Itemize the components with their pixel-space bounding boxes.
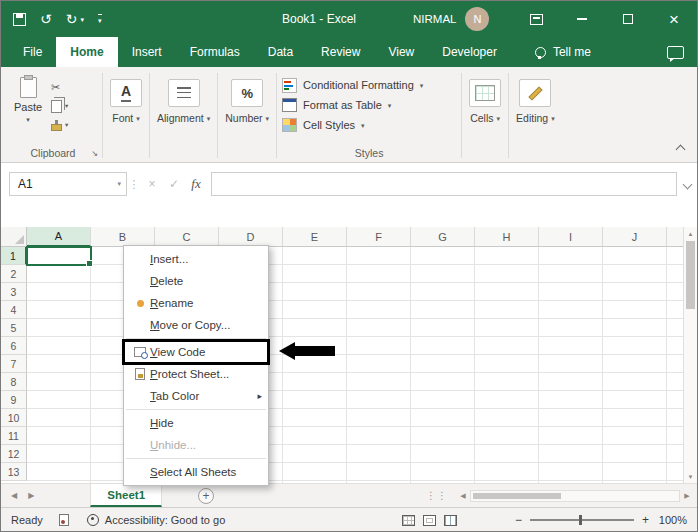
tab-view[interactable]: View	[374, 37, 428, 67]
row-header-5[interactable]: 5	[1, 319, 27, 337]
format-as-table-button[interactable]: Format as Table ▾	[282, 95, 456, 115]
accessibility-status[interactable]: Accessibility: Good to go	[105, 514, 225, 526]
row-header-13[interactable]: 13	[1, 463, 27, 481]
row-header-1[interactable]: 1	[1, 247, 27, 265]
vertical-scrollbar-thumb[interactable]	[686, 241, 695, 309]
fill-handle[interactable]	[86, 260, 93, 267]
row-header-12[interactable]: 12	[1, 445, 27, 463]
tab-formulas[interactable]: Formulas	[176, 37, 254, 67]
menu-item-view-code[interactable]: View Code	[124, 341, 268, 363]
scroll-right-icon[interactable]: ▶	[680, 492, 694, 500]
record-macro-icon[interactable]	[59, 514, 69, 526]
formula-bar-splitter[interactable]: ⋮	[127, 178, 141, 191]
tab-home[interactable]: Home	[56, 37, 117, 67]
format-painter-button[interactable]: ▾	[51, 118, 68, 132]
menu-item-protect-sheet[interactable]: Protect Sheet...	[124, 363, 268, 385]
previous-sheet-icon[interactable]: ◀	[11, 491, 17, 500]
horizontal-scrollbar[interactable]: ◀ ▶	[456, 490, 694, 502]
save-icon[interactable]	[13, 13, 26, 26]
column-header-C[interactable]: C	[155, 227, 219, 247]
menu-item-move-or-copy[interactable]: Move or Copy...	[124, 314, 268, 336]
zoom-slider[interactable]	[530, 519, 634, 521]
column-header-A[interactable]: A	[27, 227, 91, 247]
scroll-down-icon[interactable]: ▼	[684, 470, 697, 483]
horizontal-scrollbar-thumb[interactable]	[473, 493, 561, 499]
sheet-tab-sheet1[interactable]: Sheet1	[90, 484, 162, 507]
formula-bar-expand-button[interactable]	[677, 181, 697, 188]
select-all-button[interactable]	[1, 227, 27, 247]
menu-item-insert[interactable]: Insert...	[124, 248, 268, 270]
column-header-G[interactable]: G	[411, 227, 475, 247]
comments-icon[interactable]	[667, 46, 684, 59]
dialog-launcher-icon[interactable]: ↘	[91, 150, 98, 158]
column-header-D[interactable]: D	[219, 227, 283, 247]
row-header-4[interactable]: 4	[1, 301, 27, 319]
cells-group-button[interactable]: Cells▾	[463, 69, 507, 162]
ribbon-display-options-button[interactable]	[513, 1, 559, 37]
cancel-button[interactable]: ×	[141, 177, 163, 191]
column-header-E[interactable]: E	[283, 227, 347, 247]
menu-item-select-all-sheets[interactable]: Select All Sheets	[124, 461, 268, 483]
zoom-level[interactable]: 100%	[657, 514, 687, 526]
column-header-B[interactable]: B	[91, 227, 155, 247]
row-header-6[interactable]: 6	[1, 337, 27, 355]
column-header-J[interactable]: J	[603, 227, 667, 247]
conditional-formatting-button[interactable]: Conditional Formatting ▾	[282, 75, 456, 95]
collapse-ribbon-button[interactable]	[677, 146, 685, 154]
name-box[interactable]: A1 ▾	[9, 172, 127, 196]
new-sheet-button[interactable]: +	[198, 488, 214, 504]
column-header-H[interactable]: H	[475, 227, 539, 247]
undo-icon[interactable]: ↺	[40, 12, 52, 26]
page-layout-view-icon[interactable]	[423, 515, 436, 526]
font-group-button[interactable]: A Font▾	[104, 69, 148, 162]
enter-button[interactable]: ✓	[163, 177, 185, 191]
close-button[interactable]: ×	[651, 1, 697, 37]
copy-button[interactable]: ▾	[51, 99, 68, 113]
menu-item-tab-color[interactable]: Tab Color▸	[124, 385, 268, 407]
row-header-9[interactable]: 9	[1, 391, 27, 409]
page-break-view-icon[interactable]	[444, 515, 457, 526]
number-group-button[interactable]: % Number▾	[219, 69, 275, 162]
row-header-8[interactable]: 8	[1, 373, 27, 391]
formula-input[interactable]	[211, 172, 677, 196]
tab-splitter-dots[interactable]: ⋮⋮	[426, 490, 448, 501]
zoom-in-button[interactable]: +	[642, 513, 649, 527]
column-header-F[interactable]: F	[347, 227, 411, 247]
customize-qat-icon[interactable]: ▾	[98, 14, 102, 24]
vertical-scrollbar[interactable]: ▲ ▼	[683, 227, 697, 483]
avatar[interactable]: N	[465, 7, 489, 31]
normal-view-icon[interactable]	[402, 515, 415, 526]
editing-group-button[interactable]: Editing▾	[510, 69, 561, 162]
row-header-2[interactable]: 2	[1, 265, 27, 283]
cell-styles-button[interactable]: Cell Styles ▾	[282, 115, 456, 135]
paste-button[interactable]: Paste ▾	[5, 73, 51, 144]
row-header-3[interactable]: 3	[1, 283, 27, 301]
column-header-I[interactable]: I	[539, 227, 603, 247]
tab-developer[interactable]: Developer	[428, 37, 511, 67]
menu-item-delete[interactable]: Delete	[124, 270, 268, 292]
minimize-button[interactable]	[559, 1, 605, 37]
account-area[interactable]: NIRMAL N	[413, 7, 489, 31]
zoom-slider-thumb[interactable]	[579, 515, 582, 525]
tell-me-button[interactable]: Tell me	[535, 37, 591, 67]
tab-insert[interactable]: Insert	[118, 37, 176, 67]
menu-item-rename[interactable]: Rename	[124, 292, 268, 314]
menu-item-hide[interactable]: Hide	[124, 412, 268, 434]
zoom-out-button[interactable]: −	[515, 513, 522, 527]
alignment-group-button[interactable]: Alignment▾	[151, 69, 216, 162]
row-header-11[interactable]: 11	[1, 427, 27, 445]
row-header-7[interactable]: 7	[1, 355, 27, 373]
name-box-dropdown-icon[interactable]: ▾	[117, 180, 121, 188]
tab-file[interactable]: File	[9, 37, 56, 67]
maximize-button[interactable]	[605, 1, 651, 37]
tab-data[interactable]: Data	[254, 37, 307, 67]
scroll-up-icon[interactable]: ▲	[684, 227, 697, 240]
cut-button[interactable]: ✂	[51, 80, 68, 94]
tab-review[interactable]: Review	[307, 37, 374, 67]
row-header-10[interactable]: 10	[1, 409, 27, 427]
next-sheet-icon[interactable]: ▶	[28, 491, 34, 500]
insert-function-button[interactable]: fx	[185, 176, 207, 192]
scroll-left-icon[interactable]: ◀	[456, 492, 470, 500]
redo-button[interactable]: ↻▾	[66, 12, 84, 26]
horizontal-scrollbar-track[interactable]	[470, 490, 680, 502]
